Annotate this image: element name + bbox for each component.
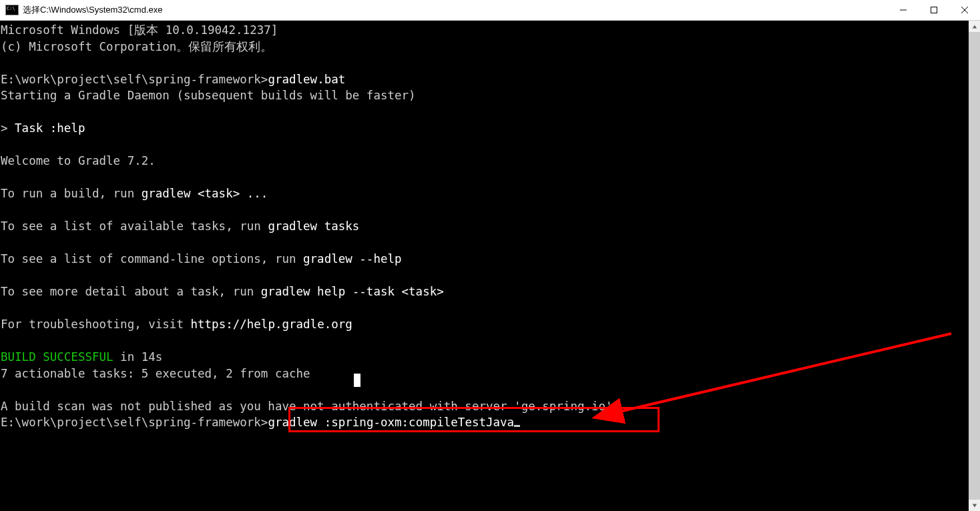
svg-rect-1 — [931, 7, 937, 13]
terminal-line: For troubleshooting, visit — [1, 318, 190, 331]
terminal-line: To run a build, run — [1, 187, 142, 200]
terminal-line: gradlew help --task <task> — [261, 285, 444, 298]
cmd-icon — [5, 5, 19, 15]
terminal-line: in 14s — [113, 350, 163, 364]
terminal-line: gradlew --help — [303, 252, 402, 266]
terminal-line: E:\work\project\self\spring-framework> — [1, 73, 268, 86]
terminal-line: To see a list of available tasks, run — [1, 219, 268, 233]
maximize-button[interactable] — [919, 0, 949, 20]
window-title-bar: 选择C:\Windows\System32\cmd.exe — [0, 0, 980, 21]
terminal-line: To see a list of command-line options, r… — [1, 252, 303, 266]
terminal-line: Starting a Gradle Daemon (subsequent bui… — [1, 89, 416, 102]
terminal-line: https://help.gradle.org — [190, 318, 352, 331]
terminal-command-input: gradlew :spring-oxm:compileTestJava — [268, 416, 514, 429]
terminal-line: BUILD SUCCESSFUL — [1, 350, 113, 364]
terminal-line: Task :help — [15, 121, 85, 135]
terminal-line: 版本 — [134, 23, 158, 37]
terminal-line: > — [1, 121, 15, 135]
window-title: 选择C:\Windows\System32\cmd.exe — [23, 4, 888, 16]
terminal-line: To see more detail about a task, run — [1, 285, 261, 298]
terminal-line: E:\work\project\self\spring-framework> — [1, 416, 268, 429]
terminal-line: Microsoft Windows [ — [1, 23, 134, 37]
window-controls — [888, 0, 980, 20]
svg-marker-4 — [972, 25, 976, 28]
scroll-up-button[interactable] — [969, 21, 980, 32]
svg-marker-5 — [972, 504, 976, 507]
scrollbar-thumb[interactable] — [969, 32, 980, 500]
terminal-line: 7 actionable tasks: 5 executed, 2 from c… — [1, 367, 310, 380]
terminal-line: 10.0.19042.1237] — [158, 23, 278, 37]
terminal-line: (c) Microsoft Corporation — [1, 40, 176, 53]
close-button[interactable] — [949, 0, 980, 20]
terminal-line: gradlew <task> ... — [142, 187, 268, 200]
terminal-area: Microsoft Windows [版本 10.0.19042.1237] (… — [0, 21, 980, 511]
minimize-button[interactable] — [888, 0, 919, 20]
scroll-down-button[interactable] — [969, 500, 980, 511]
terminal-line: A build scan was not published as you ha… — [1, 400, 620, 413]
terminal-line: Welcome to Gradle 7.2. — [1, 154, 156, 167]
terminal-line: gradlew.bat — [268, 73, 345, 86]
selection-cursor — [354, 374, 360, 387]
terminal[interactable]: Microsoft Windows [版本 10.0.19042.1237] (… — [0, 21, 969, 511]
cursor-icon — [514, 425, 520, 427]
terminal-line: 。保留所有权利。 — [176, 40, 272, 53]
scrollbar[interactable] — [969, 21, 980, 511]
terminal-line: gradlew tasks — [268, 219, 359, 233]
